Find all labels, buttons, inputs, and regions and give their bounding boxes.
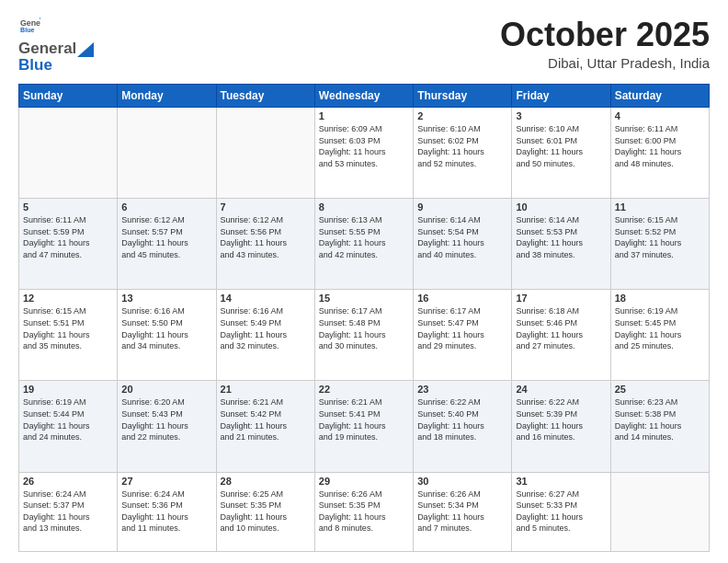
- cell-info: Sunrise: 6:09 AM Sunset: 6:03 PM Dayligh…: [319, 123, 409, 169]
- calendar-week-row: 26Sunrise: 6:24 AM Sunset: 5:37 PM Dayli…: [19, 472, 710, 551]
- calendar-day-header: Wednesday: [314, 85, 413, 108]
- cell-info: Sunrise: 6:14 AM Sunset: 5:54 PM Dayligh…: [417, 214, 507, 260]
- cell-info: Sunrise: 6:24 AM Sunset: 5:37 PM Dayligh…: [23, 488, 113, 534]
- calendar-week-row: 1Sunrise: 6:09 AM Sunset: 6:03 PM Daylig…: [19, 108, 710, 199]
- day-number: 7: [221, 201, 311, 213]
- page: General Blue General Blue October 2025 D…: [0, 0, 728, 563]
- logo-blue: Blue: [18, 56, 52, 75]
- cell-info: Sunrise: 6:17 AM Sunset: 5:48 PM Dayligh…: [319, 305, 409, 351]
- day-number: 20: [121, 384, 211, 395]
- day-number: 3: [516, 110, 606, 121]
- calendar-cell: 1Sunrise: 6:09 AM Sunset: 6:03 PM Daylig…: [314, 108, 413, 199]
- day-number: 4: [615, 110, 705, 121]
- day-number: 29: [319, 476, 409, 487]
- calendar-cell: [610, 472, 709, 551]
- cell-info: Sunrise: 6:16 AM Sunset: 5:50 PM Dayligh…: [121, 305, 211, 351]
- cell-info: Sunrise: 6:15 AM Sunset: 5:51 PM Dayligh…: [23, 305, 113, 351]
- calendar-cell: 16Sunrise: 6:17 AM Sunset: 5:47 PM Dayli…: [414, 290, 512, 381]
- cell-info: Sunrise: 6:18 AM Sunset: 5:46 PM Dayligh…: [516, 305, 606, 351]
- cell-info: Sunrise: 6:17 AM Sunset: 5:47 PM Dayligh…: [417, 305, 507, 351]
- svg-marker-3: [77, 42, 94, 57]
- calendar-cell: 3Sunrise: 6:10 AM Sunset: 6:01 PM Daylig…: [512, 108, 610, 199]
- calendar-table: SundayMondayTuesdayWednesdayThursdayFrid…: [18, 84, 710, 552]
- cell-info: Sunrise: 6:22 AM Sunset: 5:39 PM Dayligh…: [516, 396, 606, 442]
- day-number: 14: [221, 293, 311, 304]
- day-number: 25: [615, 384, 705, 395]
- calendar-cell: 17Sunrise: 6:18 AM Sunset: 5:46 PM Dayli…: [512, 290, 610, 381]
- day-number: 6: [121, 201, 211, 213]
- calendar-day-header: Saturday: [610, 85, 709, 108]
- cell-info: Sunrise: 6:10 AM Sunset: 6:01 PM Dayligh…: [516, 123, 606, 169]
- calendar-cell: 25Sunrise: 6:23 AM Sunset: 5:38 PM Dayli…: [610, 381, 709, 472]
- calendar-cell: 9Sunrise: 6:14 AM Sunset: 5:54 PM Daylig…: [414, 199, 512, 290]
- cell-info: Sunrise: 6:26 AM Sunset: 5:34 PM Dayligh…: [417, 488, 507, 534]
- day-number: 31: [516, 476, 606, 487]
- calendar-cell: 22Sunrise: 6:21 AM Sunset: 5:41 PM Dayli…: [314, 381, 413, 472]
- day-number: 11: [615, 201, 705, 213]
- day-number: 21: [221, 384, 311, 395]
- calendar-cell: 27Sunrise: 6:24 AM Sunset: 5:36 PM Dayli…: [118, 472, 216, 551]
- calendar-cell: 29Sunrise: 6:26 AM Sunset: 5:35 PM Dayli…: [314, 472, 413, 551]
- cell-info: Sunrise: 6:22 AM Sunset: 5:40 PM Dayligh…: [417, 396, 507, 442]
- calendar-cell: 2Sunrise: 6:10 AM Sunset: 6:02 PM Daylig…: [414, 108, 512, 199]
- calendar-cell: 4Sunrise: 6:11 AM Sunset: 6:00 PM Daylig…: [610, 108, 709, 199]
- calendar-day-header: Friday: [512, 85, 610, 108]
- calendar-cell: [216, 108, 314, 199]
- day-number: 19: [23, 384, 113, 395]
- calendar-cell: 14Sunrise: 6:16 AM Sunset: 5:49 PM Dayli…: [216, 290, 314, 381]
- day-number: 22: [319, 384, 409, 395]
- calendar-cell: 23Sunrise: 6:22 AM Sunset: 5:40 PM Dayli…: [414, 381, 512, 472]
- day-number: 16: [417, 293, 507, 304]
- day-number: 15: [319, 293, 409, 304]
- cell-info: Sunrise: 6:12 AM Sunset: 5:56 PM Dayligh…: [221, 214, 311, 260]
- day-number: 28: [221, 476, 311, 487]
- calendar-cell: 24Sunrise: 6:22 AM Sunset: 5:39 PM Dayli…: [512, 381, 610, 472]
- calendar-cell: 13Sunrise: 6:16 AM Sunset: 5:50 PM Dayli…: [118, 290, 216, 381]
- cell-info: Sunrise: 6:11 AM Sunset: 5:59 PM Dayligh…: [23, 214, 113, 260]
- day-number: 8: [319, 201, 409, 213]
- cell-info: Sunrise: 6:11 AM Sunset: 6:00 PM Dayligh…: [615, 123, 705, 169]
- calendar-day-header: Tuesday: [216, 85, 314, 108]
- logo: General Blue General Blue: [18, 17, 95, 75]
- calendar-cell: 31Sunrise: 6:27 AM Sunset: 5:33 PM Dayli…: [512, 472, 610, 551]
- calendar-cell: 10Sunrise: 6:14 AM Sunset: 5:53 PM Dayli…: [512, 199, 610, 290]
- month-title: October 2025: [500, 17, 710, 53]
- logo-general: General: [18, 40, 76, 58]
- cell-info: Sunrise: 6:21 AM Sunset: 5:42 PM Dayligh…: [221, 396, 311, 442]
- day-number: 18: [615, 293, 705, 304]
- cell-info: Sunrise: 6:15 AM Sunset: 5:52 PM Dayligh…: [615, 214, 705, 260]
- day-number: 10: [516, 201, 606, 213]
- day-number: 23: [417, 384, 507, 395]
- cell-info: Sunrise: 6:14 AM Sunset: 5:53 PM Dayligh…: [516, 214, 606, 260]
- cell-info: Sunrise: 6:20 AM Sunset: 5:43 PM Dayligh…: [121, 396, 211, 442]
- calendar-week-row: 19Sunrise: 6:19 AM Sunset: 5:44 PM Dayli…: [19, 381, 710, 472]
- day-number: 9: [417, 201, 507, 213]
- cell-info: Sunrise: 6:27 AM Sunset: 5:33 PM Dayligh…: [516, 488, 606, 534]
- header: General Blue General Blue October 2025 D…: [18, 17, 710, 75]
- calendar-week-row: 5Sunrise: 6:11 AM Sunset: 5:59 PM Daylig…: [19, 199, 710, 290]
- location: Dibai, Uttar Pradesh, India: [500, 55, 710, 71]
- day-number: 5: [23, 201, 113, 213]
- calendar-cell: 20Sunrise: 6:20 AM Sunset: 5:43 PM Dayli…: [118, 381, 216, 472]
- cell-info: Sunrise: 6:24 AM Sunset: 5:36 PM Dayligh…: [121, 488, 211, 534]
- calendar-cell: 19Sunrise: 6:19 AM Sunset: 5:44 PM Dayli…: [19, 381, 118, 472]
- calendar-cell: 12Sunrise: 6:15 AM Sunset: 5:51 PM Dayli…: [19, 290, 118, 381]
- calendar-cell: 8Sunrise: 6:13 AM Sunset: 5:55 PM Daylig…: [314, 199, 413, 290]
- day-number: 12: [23, 293, 113, 304]
- calendar-cell: 7Sunrise: 6:12 AM Sunset: 5:56 PM Daylig…: [216, 199, 314, 290]
- calendar-cell: 18Sunrise: 6:19 AM Sunset: 5:45 PM Dayli…: [610, 290, 709, 381]
- calendar-day-header: Thursday: [414, 85, 512, 108]
- cell-info: Sunrise: 6:21 AM Sunset: 5:41 PM Dayligh…: [319, 396, 409, 442]
- day-number: 26: [23, 476, 113, 487]
- cell-info: Sunrise: 6:23 AM Sunset: 5:38 PM Dayligh…: [615, 396, 705, 442]
- day-number: 2: [417, 110, 507, 121]
- calendar-cell: 15Sunrise: 6:17 AM Sunset: 5:48 PM Dayli…: [314, 290, 413, 381]
- calendar-cell: 6Sunrise: 6:12 AM Sunset: 5:57 PM Daylig…: [118, 199, 216, 290]
- cell-info: Sunrise: 6:26 AM Sunset: 5:35 PM Dayligh…: [319, 488, 409, 534]
- day-number: 30: [417, 476, 507, 487]
- calendar-week-row: 12Sunrise: 6:15 AM Sunset: 5:51 PM Dayli…: [19, 290, 710, 381]
- calendar-cell: 11Sunrise: 6:15 AM Sunset: 5:52 PM Dayli…: [610, 199, 709, 290]
- day-number: 13: [121, 293, 211, 304]
- cell-info: Sunrise: 6:19 AM Sunset: 5:45 PM Dayligh…: [615, 305, 705, 351]
- day-number: 27: [121, 476, 211, 487]
